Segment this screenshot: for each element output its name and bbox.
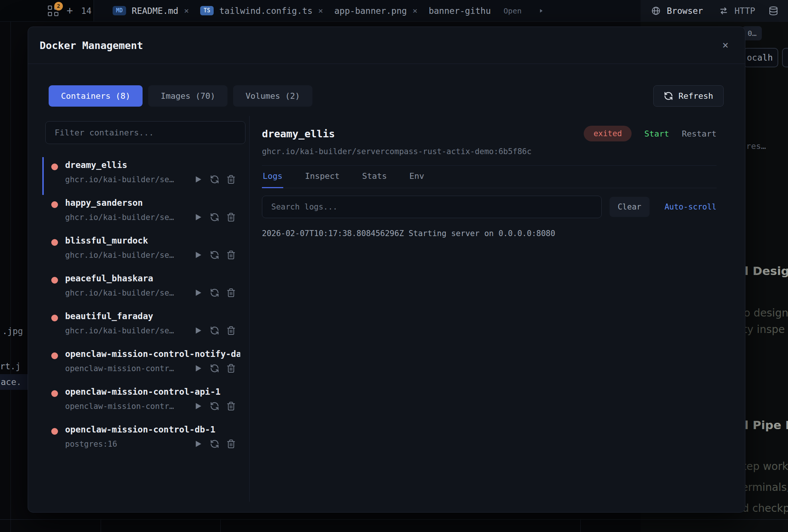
close-icon[interactable]: × <box>722 40 729 51</box>
restart-container-button[interactable] <box>210 364 219 373</box>
autoscroll-toggle[interactable]: Auto-scroll <box>665 202 717 211</box>
modal-title: Docker Management <box>40 40 143 51</box>
close-icon[interactable]: × <box>184 6 189 15</box>
background-grid-line <box>101 520 101 532</box>
background-heading: l Design <box>745 264 788 278</box>
delete-container-button[interactable] <box>226 288 236 297</box>
tab-images[interactable]: Images (70) <box>148 85 227 107</box>
container-detail-image: ghcr.io/kai-builder/servercompass-rust-a… <box>262 147 717 156</box>
trash-icon <box>226 175 236 184</box>
delete-container-button[interactable] <box>226 250 236 260</box>
play-icon <box>193 401 203 411</box>
filter-containers-input[interactable] <box>45 121 245 144</box>
delete-container-button[interactable] <box>226 439 236 449</box>
restart-container-button[interactable] <box>210 326 219 335</box>
file-tree-item[interactable]: .jpg <box>2 326 23 336</box>
browser-button[interactable]: Browser <box>667 6 703 16</box>
log-output: 2026-02-07T10:17:38.808456296Z Starting … <box>262 229 717 502</box>
editor-tab-banner-github[interactable]: banner-githu <box>429 6 491 16</box>
markdown-file-icon: MD <box>113 6 126 15</box>
tab-volumes[interactable]: Volumes (2) <box>233 85 312 107</box>
container-row[interactable]: openclaw-mission-control-api-1 openclaw-… <box>42 384 240 422</box>
container-row[interactable]: openclaw-mission-control-db-1 postgres:1… <box>42 422 240 459</box>
start-container-button[interactable] <box>193 213 203 222</box>
container-image: ghcr.io/kai-builder/se… <box>65 251 174 260</box>
address-bar[interactable]: ocalh <box>743 48 778 67</box>
container-row[interactable]: openclaw-mission-control-notify-da… open… <box>42 346 240 384</box>
background-text: d checkp <box>742 502 788 514</box>
close-icon[interactable]: × <box>318 6 323 15</box>
restart-container-button[interactable] <box>210 175 219 184</box>
restart-container-button[interactable] <box>210 288 219 297</box>
background-text: res… <box>746 141 766 151</box>
file-tree-item-label: ace. <box>1 377 21 387</box>
start-container-button[interactable] <box>193 175 203 184</box>
topbar-tools: Browser HTTP <box>641 0 788 21</box>
container-name: peaceful_bhaskara <box>65 273 240 283</box>
trash-icon <box>226 401 236 411</box>
tab-stats[interactable]: Stats <box>361 166 388 188</box>
restart-container-button[interactable] <box>210 250 219 260</box>
start-container-button[interactable] <box>193 439 203 449</box>
start-button[interactable]: Start <box>644 129 669 138</box>
tab-env[interactable]: Env <box>409 166 425 188</box>
start-container-button[interactable] <box>193 250 203 260</box>
tab-inspect[interactable]: Inspect <box>304 166 340 188</box>
restart-container-button[interactable] <box>210 439 219 449</box>
address-bar-button[interactable] <box>782 48 788 67</box>
close-icon[interactable]: × <box>412 6 417 15</box>
database-icon[interactable] <box>769 6 778 16</box>
globe-icon <box>651 6 661 16</box>
search-logs-input[interactable] <box>262 196 602 218</box>
workspace-grid-icon[interactable]: 2 <box>48 6 58 16</box>
container-image: ghcr.io/kai-builder/se… <box>65 326 174 335</box>
restart-container-button[interactable] <box>210 213 219 222</box>
file-tree-item[interactable]: rt.j <box>0 361 21 371</box>
container-row[interactable]: beautiful_faraday ghcr.io/kai-builder/se… <box>42 308 240 346</box>
container-row[interactable]: happy_sanderson ghcr.io/kai-builder/se… <box>42 195 240 233</box>
editor-tab-readme[interactable]: MD README.md × <box>113 6 189 16</box>
new-tab-button[interactable]: + <box>67 4 73 17</box>
background-text: o design <box>744 307 788 319</box>
refresh-icon <box>210 250 219 260</box>
tab-logs[interactable]: Logs <box>262 166 283 188</box>
tab-containers[interactable]: Containers (8) <box>49 85 143 107</box>
background-heading: l Pipe Bu <box>745 418 788 432</box>
play-icon <box>193 213 203 222</box>
chevron-right-icon[interactable] <box>538 8 544 14</box>
container-row[interactable]: blissful_murdock ghcr.io/kai-builder/se… <box>42 233 240 270</box>
restart-container-button[interactable] <box>210 401 219 411</box>
refresh-icon <box>210 288 219 297</box>
modal-header: Docker Management × <box>28 27 745 64</box>
delete-container-button[interactable] <box>226 326 236 335</box>
container-list-panel: dreamy_ellis ghcr.io/kai-builder/se… <box>28 116 250 502</box>
play-icon <box>193 250 203 260</box>
delete-container-button[interactable] <box>226 175 236 184</box>
container-name: openclaw-mission-control-db-1 <box>65 425 240 434</box>
refresh-button[interactable]: Refresh <box>653 85 724 107</box>
delete-container-button[interactable] <box>226 401 236 411</box>
start-container-button[interactable] <box>193 401 203 411</box>
restart-button[interactable]: Restart <box>682 129 717 138</box>
start-container-button[interactable] <box>193 326 203 335</box>
background-grid-line <box>0 519 788 520</box>
editor-tab-app-banner[interactable]: app-banner.png × <box>335 6 418 16</box>
clear-logs-button[interactable]: Clear <box>610 197 650 217</box>
log-toolbar: Clear Auto-scroll <box>262 196 717 218</box>
refresh-icon <box>210 401 219 411</box>
refresh-icon <box>210 439 219 449</box>
play-icon <box>193 326 203 335</box>
play-icon <box>193 288 203 297</box>
start-container-button[interactable] <box>193 288 203 297</box>
container-row[interactable]: dreamy_ellis ghcr.io/kai-builder/se… <box>42 157 240 195</box>
delete-container-button[interactable] <box>226 213 236 222</box>
status-dot-icon <box>51 277 58 284</box>
container-row[interactable]: peaceful_bhaskara ghcr.io/kai-builder/se… <box>42 270 240 308</box>
http-button[interactable]: HTTP <box>734 6 755 16</box>
open-button[interactable]: Open <box>504 6 522 15</box>
start-container-button[interactable] <box>193 364 203 373</box>
editor-tab-tailwind-config[interactable]: TS tailwind.config.ts × <box>200 6 323 16</box>
swap-arrows-icon <box>719 6 729 16</box>
container-image: postgres:16 <box>65 440 117 449</box>
delete-container-button[interactable] <box>226 364 236 373</box>
